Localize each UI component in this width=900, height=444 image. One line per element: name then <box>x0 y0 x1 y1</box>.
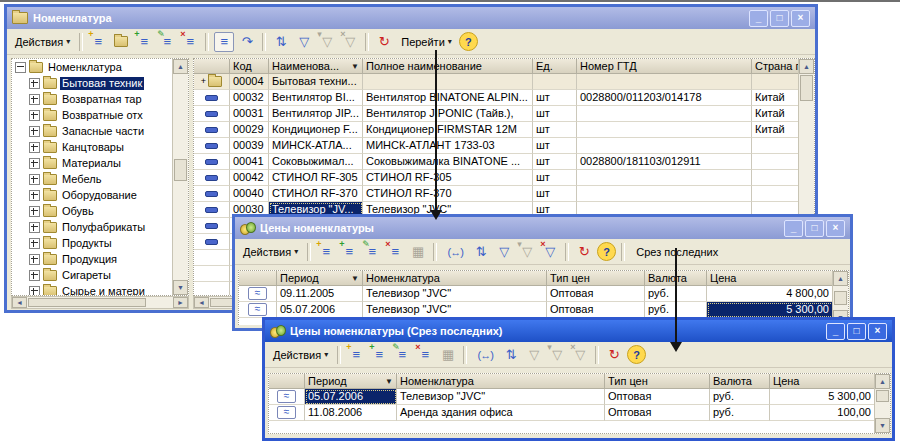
tree-item[interactable]: Сырье и матери <box>12 283 188 296</box>
minimize-button[interactable]: _ <box>784 220 803 237</box>
cell-name[interactable]: СТИНОЛ RF-305 <box>269 170 363 186</box>
tree-item[interactable]: Обувь <box>12 203 188 219</box>
cell-item[interactable]: Телевизор "JVC" <box>397 389 605 405</box>
actions-menu-button[interactable]: Действия ▾ <box>239 244 302 260</box>
cell-fullname[interactable]: Вентилятор BINATONE ALPIN... <box>363 90 533 106</box>
cell-country[interactable]: Китай <box>752 90 800 106</box>
scroll-thumb[interactable] <box>834 291 847 305</box>
add-copy-icon[interactable]: ≡+ <box>134 32 154 52</box>
collapse-icon[interactable] <box>15 62 26 73</box>
cell-gtd[interactable] <box>577 106 752 122</box>
add-group-icon[interactable] <box>111 32 131 52</box>
cell-item[interactable]: Телевизор "JVC" <box>363 286 547 302</box>
tree-item[interactable]: Мебель <box>12 171 188 187</box>
cell-code[interactable]: 00041 <box>230 154 269 170</box>
expand-icon[interactable] <box>29 126 40 137</box>
column-header-currency[interactable]: Валюта <box>710 374 770 389</box>
maximize-button[interactable]: □ <box>805 220 824 237</box>
tree-item[interactable]: Оборудование <box>12 187 188 203</box>
filter-icon[interactable]: ▽ <box>294 32 314 52</box>
cell-unit[interactable]: шт <box>533 106 577 122</box>
scroll-up-icon[interactable]: ▲ <box>799 59 814 74</box>
window3-titlebar[interactable]: Цены номенклатуры (Срез последних) _ □ × <box>265 320 892 342</box>
column-header-gtd[interactable]: Номер ГТД <box>577 59 752 74</box>
cell-country[interactable] <box>752 138 800 154</box>
table-row[interactable]: ≈ 05.07.2006 Телевизор "JVC" Оптовая руб… <box>269 389 890 405</box>
delete-icon[interactable]: ≡× <box>180 32 200 52</box>
cell-gtd[interactable] <box>577 74 752 90</box>
cell-code[interactable]: 00032 <box>230 90 269 106</box>
help-button[interactable]: ? <box>627 345 646 364</box>
column-header-price[interactable]: Цена <box>770 374 876 389</box>
scroll-right-icon[interactable]: ► <box>173 297 188 308</box>
column-header-price[interactable]: Цена <box>707 271 834 286</box>
cell-name[interactable]: МИНСК-АТЛА... <box>269 138 363 154</box>
cell-fullname[interactable]: Соковыжималка BINATONE ... <box>363 154 533 170</box>
cell-fullname[interactable]: Кондиционер FIRMSTAR 12M <box>363 122 533 138</box>
table-row[interactable]: 00029 Кондиционер F... Кондиционер FIRMS… <box>194 122 814 138</box>
table-row[interactable]: 00041 Соковыжимал... Соковыжималка BINAT… <box>194 154 814 170</box>
add-copy-icon[interactable]: ≡+ <box>339 242 359 262</box>
refresh-icon[interactable]: ↻ <box>604 345 624 365</box>
tree-item[interactable]: Продукция <box>12 251 188 267</box>
table-row[interactable]: ≈ 11.08.2006 Аренда здания офиса Оптовая… <box>269 405 890 421</box>
cell-period[interactable]: 11.08.2006 <box>305 405 397 421</box>
cell-fullname[interactable]: МИНСК-АТЛАНТ 1733-03 <box>363 138 533 154</box>
scroll-up-icon[interactable]: ▲ <box>833 271 848 286</box>
column-header-pricetype[interactable]: Тип цен <box>547 271 645 286</box>
cell-gtd[interactable] <box>577 170 752 186</box>
cell-gtd[interactable] <box>577 138 752 154</box>
scroll-thumb[interactable] <box>800 75 813 101</box>
cell-currency[interactable]: руб. <box>710 389 770 405</box>
records-icon[interactable]: ▦ <box>408 242 428 262</box>
scroll-left-icon[interactable]: ◄ <box>194 297 209 308</box>
expand-icon[interactable] <box>29 94 40 105</box>
minimize-button[interactable]: _ <box>826 323 845 340</box>
column-header-unit[interactable]: Ед. <box>533 59 577 74</box>
cell-name[interactable]: Соковыжимал... <box>269 154 363 170</box>
cell-gtd[interactable] <box>577 186 752 202</box>
window2-titlebar[interactable]: Цены номенклатуры _ □ × <box>235 217 850 239</box>
minimize-button[interactable]: _ <box>749 10 768 27</box>
scroll-left-icon[interactable]: ◄ <box>12 297 27 308</box>
cell-unit[interactable]: шт <box>533 138 577 154</box>
clear-filter-icon[interactable]: ▽× <box>540 242 560 262</box>
maximize-button[interactable]: □ <box>847 323 866 340</box>
cell-name[interactable]: Кондиционер F... <box>269 122 363 138</box>
column-widths-icon[interactable]: (↔) <box>472 345 498 365</box>
cell-code[interactable]: 00042 <box>230 170 269 186</box>
expand-icon[interactable] <box>29 254 40 265</box>
scroll-up-icon[interactable]: ▲ <box>173 59 188 74</box>
column-header-period[interactable]: Период▼ <box>277 271 363 286</box>
column-header-name[interactable]: Наименова...▼ <box>269 59 363 74</box>
expand-icon[interactable] <box>29 174 40 185</box>
records-icon[interactable]: ▦ <box>438 345 458 365</box>
tree-item[interactable]: Возвратные отх <box>12 107 188 123</box>
cell-code[interactable]: 00031 <box>230 106 269 122</box>
table-row[interactable]: ≈ 05.07.2006 Телевизор "JVC" Оптовая руб… <box>239 302 848 318</box>
edit-icon[interactable]: ≡✎ <box>392 345 412 365</box>
column-widths-icon[interactable]: (↔) <box>442 242 468 262</box>
cell-name[interactable]: СТИНОЛ RF-370 <box>269 186 363 202</box>
filter-by-value-icon[interactable]: ▽▾ <box>317 32 337 52</box>
cell-period-selected[interactable]: 05.07.2006 <box>305 389 397 405</box>
scroll-up-icon[interactable]: ▲ <box>875 374 890 389</box>
cell-gtd[interactable]: 0028800/011203/014178 <box>577 90 752 106</box>
expand-icon[interactable] <box>29 110 40 121</box>
close-button[interactable]: × <box>826 220 845 237</box>
clear-filter-icon[interactable]: ▽× <box>570 345 590 365</box>
help-button[interactable]: ? <box>597 242 616 261</box>
filter-by-value-icon[interactable]: ▽▾ <box>547 345 567 365</box>
tree-item[interactable]: Полуфабрикаты <box>12 219 188 235</box>
hierarchy-view-icon[interactable]: ≡ <box>214 32 234 52</box>
cell-price-selected[interactable]: 5 300,00 <box>707 302 834 318</box>
tree-item[interactable]: Запасные части <box>12 123 188 139</box>
column-header-fullname[interactable]: Полное наименование <box>363 59 533 74</box>
cell-fullname[interactable]: СТИНОЛ RF-305 <box>363 170 533 186</box>
cell-item[interactable]: Аренда здания офиса <box>397 405 605 421</box>
delete-icon[interactable]: ≡× <box>415 345 435 365</box>
cell-fullname[interactable]: СТИНОЛ RF-370 <box>363 186 533 202</box>
cell-code[interactable]: 00039 <box>230 138 269 154</box>
edit-icon[interactable]: ≡✎ <box>362 242 382 262</box>
tree-horizontal-scrollbar[interactable]: ◄ ► <box>11 296 189 309</box>
